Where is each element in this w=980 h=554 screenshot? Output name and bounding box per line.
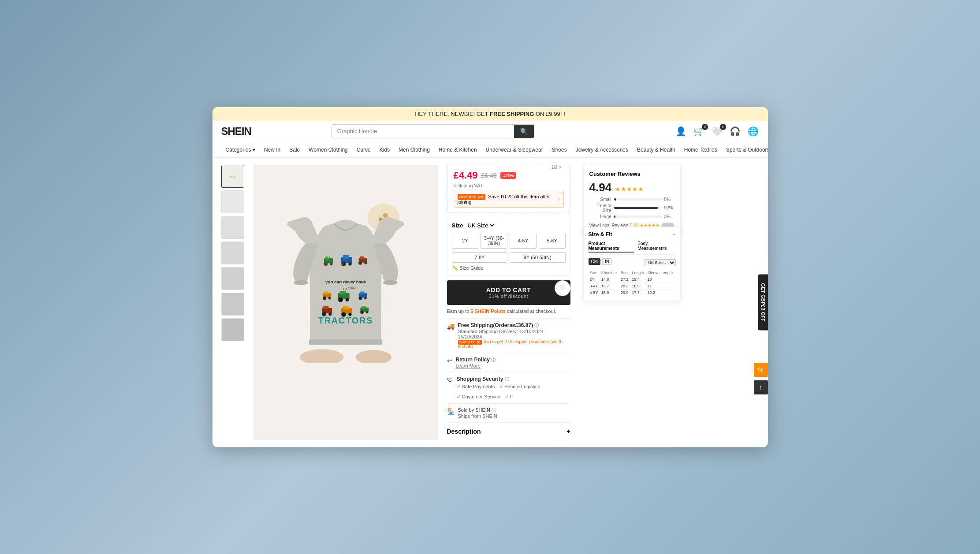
- security-content: Shopping Security ⓘ 1/2 > Safe Payments …: [457, 376, 570, 400]
- nav-item-categories[interactable]: Categories ▾: [221, 142, 260, 157]
- nav-item-home-textiles[interactable]: Home Textiles: [680, 142, 722, 157]
- price-row: £4.49 £6.49 -31%: [454, 170, 564, 181]
- thumbnail-5[interactable]: [221, 267, 244, 290]
- globe-icon[interactable]: 🌐: [748, 126, 759, 137]
- add-to-cart-button[interactable]: ADD TO CART 31% off discount: [447, 280, 570, 305]
- side-promo-tab[interactable]: GET GBP£3 OFF: [758, 275, 768, 331]
- cell-bust-1: 27.2: [619, 276, 630, 283]
- size-select[interactable]: UK Size...: [645, 259, 676, 266]
- thumbnail-1[interactable]: img: [221, 165, 244, 188]
- cell-sleeve-3: 12.2: [646, 289, 676, 296]
- thumbnail-3[interactable]: [221, 216, 244, 239]
- tab-body-measurements[interactable]: Body Measurements: [637, 241, 675, 253]
- size-guide-link[interactable]: 📏 Size Guide: [452, 265, 566, 271]
- size-btn-45y[interactable]: 4-5Y: [510, 233, 537, 249]
- svg-point-56: [355, 350, 391, 363]
- unit-in[interactable]: IN: [602, 258, 612, 265]
- nav-item-sports[interactable]: Sports & Outdoors: [722, 142, 768, 157]
- nav-item-jewelry[interactable]: Jewelry & Accessories: [571, 142, 633, 157]
- size-btn-78y[interactable]: 7-8Y: [452, 252, 508, 263]
- size-region-select[interactable]: UK Size EU Size US Size: [466, 222, 496, 229]
- thumbnail-6[interactable]: [221, 293, 244, 316]
- scroll-top-button[interactable]: ↑: [754, 380, 768, 394]
- fit-fill-large: [614, 216, 615, 218]
- product-thumbnails: img: [221, 165, 244, 440]
- cart-badge: 0: [702, 124, 708, 130]
- security-logistics: Secure Logistics: [499, 384, 540, 390]
- size-guide-text: Size Guide: [460, 265, 484, 271]
- product-image-area: you can never have Too many: [253, 165, 438, 394]
- price-current: £4.49: [454, 170, 478, 181]
- nav-item-curve[interactable]: Curve: [352, 142, 375, 157]
- cell-bust-2: 28.3: [619, 283, 630, 289]
- size-fit-tabs: Product Measurements Body Measurements: [589, 241, 676, 255]
- col-length: Length: [630, 270, 646, 276]
- description-expand-icon: +: [566, 428, 570, 435]
- cell-length-2: 16.5: [630, 283, 646, 289]
- thumbnail-2[interactable]: [221, 190, 244, 213]
- top-banner: HEY THERE, NEWBIE! GET FREE SHIPPING ON …: [212, 107, 768, 121]
- table-row: 2Y 14.8 27.2 15.4 10: [589, 276, 676, 283]
- price-original: £6.49: [481, 172, 497, 179]
- tab-product-measurements[interactable]: Product Measurements: [589, 241, 634, 253]
- svg-point-26: [364, 262, 366, 264]
- size-btn-9y[interactable]: 9Y (50-53IN): [510, 252, 566, 263]
- svg-rect-31: [324, 291, 328, 294]
- reviews-score: 4.94: [589, 181, 612, 194]
- size-btn-56y[interactable]: 5-6Y: [539, 233, 566, 249]
- search-bar: 🔍: [332, 124, 534, 138]
- club-text: SHEIN CLUB Save £0.22 off this item afte…: [458, 194, 558, 204]
- reviews-card: Customer Reviews 4.94 ★★★★★ Small 5% Tru…: [584, 165, 681, 234]
- user-icon[interactable]: 👤: [675, 126, 686, 137]
- percent-icon: %: [758, 366, 763, 373]
- table-row: 4-5Y 15.9 29.9 17.7 12.2: [589, 289, 676, 296]
- headset-icon[interactable]: 🎧: [730, 126, 741, 137]
- discount-sub-text: 31% off discount: [453, 294, 564, 299]
- page-indicator: 1/2 >: [551, 165, 562, 170]
- nav-item-underwear[interactable]: Underwear & Sleepwear: [481, 142, 548, 157]
- cell-shoulder-1: 14.8: [600, 276, 619, 283]
- wishlist-icon[interactable]: 🤍0: [712, 126, 723, 137]
- svg-point-25: [358, 261, 362, 265]
- nav-item-shoes[interactable]: Shoes: [548, 142, 571, 157]
- svg-rect-47: [343, 306, 349, 309]
- cell-size-3: 4-5Y: [589, 289, 600, 296]
- svg-point-33: [328, 297, 330, 299]
- size-fit-card: Size & Fit − Product Measurements Body M…: [584, 227, 681, 301]
- fit-track-true: [614, 207, 662, 209]
- security-items: Safe Payments Secure Logistics Customer …: [457, 384, 570, 400]
- club-row[interactable]: SHEIN CLUB Save £0.22 off this item afte…: [454, 191, 564, 208]
- size-btn-2y[interactable]: 2Y: [452, 233, 479, 249]
- logo[interactable]: SHEIN: [221, 125, 257, 138]
- cart-icon[interactable]: 🛒0: [693, 126, 704, 137]
- seller-icon: 🏪: [447, 408, 455, 415]
- fit-bar-large: Large 3%: [589, 214, 675, 219]
- cell-size-1: 2Y: [589, 276, 600, 283]
- search-button[interactable]: 🔍: [514, 125, 534, 138]
- nav-item-new[interactable]: New In: [260, 142, 285, 157]
- thumbnail-4[interactable]: [221, 242, 244, 264]
- shipping-club-link[interactable]: SHEIN CLUB Join to get 27X shipping vouc…: [458, 339, 570, 349]
- size-fit-close[interactable]: −: [672, 231, 675, 238]
- wishlist-button[interactable]: ♡: [555, 280, 570, 296]
- fit-pct-small: 5%: [664, 197, 675, 202]
- svg-rect-39: [359, 291, 364, 294]
- nav-item-women[interactable]: Women Clothing: [304, 142, 352, 157]
- col-bust: Bust: [619, 270, 630, 276]
- search-input[interactable]: [332, 125, 514, 138]
- nav-item-sale[interactable]: Sale: [285, 142, 304, 157]
- size-btn-34y[interactable]: 3-4Y (36-39IN): [481, 233, 507, 249]
- discount-side-button[interactable]: %: [754, 363, 768, 377]
- nav-item-beauty[interactable]: Beauty & Health: [633, 142, 680, 157]
- fit-label-true: True to Size: [589, 203, 611, 213]
- nav-item-home[interactable]: Home & Kitchen: [434, 142, 481, 157]
- nav-item-kids[interactable]: Kids: [375, 142, 394, 157]
- return-learn-more[interactable]: Learn More: [456, 363, 481, 368]
- shipping-icon: 🚚: [447, 323, 455, 330]
- discount-badge: -31%: [500, 172, 516, 179]
- add-cart-wrap: ADD TO CART 31% off discount: [447, 280, 570, 307]
- description-row[interactable]: Description +: [447, 422, 570, 440]
- nav-item-men[interactable]: Men Clothing: [394, 142, 434, 157]
- unit-cm[interactable]: CM: [589, 258, 601, 265]
- thumbnail-7[interactable]: [221, 318, 244, 341]
